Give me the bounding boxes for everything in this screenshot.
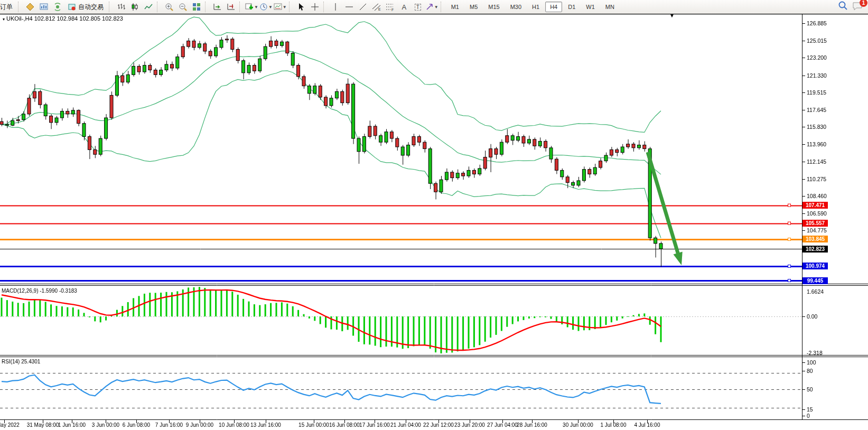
price-axis-tick: 123.200 (807, 54, 827, 61)
chevron-down-icon: ▼ (434, 5, 438, 10)
rsi-axis-tick: 15 (807, 406, 813, 413)
time-axis-label: 16 Jun 08:00 (329, 422, 360, 428)
price-axis-tick: 113.960 (807, 141, 826, 147)
tile-windows-icon[interactable] (190, 1, 203, 13)
time-axis-label: 17 Jun 16:00 (359, 422, 390, 428)
timeframe-h4[interactable]: H4 (545, 2, 562, 12)
rsi-axis-tick: 80 (807, 368, 813, 374)
timeframe-mn[interactable]: MN (601, 2, 619, 12)
time-axis-label: 27 May 2022 (0, 422, 20, 428)
time-axis-label: 31 May 08:00 (27, 422, 59, 428)
notification-badge: 1 (860, 0, 867, 7)
toolbar-separator (323, 2, 327, 12)
text-icon[interactable]: A (398, 1, 410, 13)
price-axis-tick: 112.145 (807, 158, 826, 165)
timeframe-m1[interactable]: M1 (446, 2, 464, 12)
vertical-line-icon[interactable] (329, 1, 342, 13)
timeframe-m30[interactable]: M30 (506, 2, 526, 12)
zoom-in-icon[interactable] (163, 1, 175, 13)
chart-shift-marker[interactable]: ▼ (669, 13, 675, 18)
mt4-window: 订单 自动交易 (0, 0, 868, 430)
macd-label: MACD(12,26,9) -1.5990 -0.3183 (2, 288, 77, 294)
toolbar-separator (109, 2, 113, 12)
svg-text:E: E (378, 7, 381, 11)
time-axis-label: 9 Jun 00:00 (186, 422, 213, 428)
time-axis-label: 6 Jun 08:00 (123, 422, 150, 428)
timeframe-m15[interactable]: M15 (483, 2, 504, 12)
rsi-label: RSI(14) 25.4301 (2, 359, 40, 364)
cursor-icon[interactable] (295, 1, 307, 13)
price-line-label[interactable]: 99.445 (802, 277, 828, 284)
macd-axis-tick: 1.6624 (807, 288, 824, 295)
horizontal-line-icon[interactable] (343, 1, 356, 13)
time-axis-label: 27 Jun 04:00 (487, 422, 518, 428)
toolbar-separator (157, 2, 161, 12)
toolbar-separator (289, 2, 293, 12)
toolbar-separator (205, 2, 209, 12)
notifications-button[interactable]: 1 (852, 1, 864, 13)
price-line-label[interactable]: 100.974 (802, 263, 828, 269)
time-axis-label: 30 Jun 00:00 (563, 422, 593, 428)
time-axis-label: 1 Jun 16:00 (58, 422, 86, 428)
auto-scroll-icon[interactable] (211, 1, 223, 13)
rsi-axis-tick: 0 (807, 413, 810, 419)
line-chart-icon[interactable] (142, 1, 155, 13)
symbol-menu-arrow[interactable]: ▾ (3, 17, 5, 22)
symbol-ohlc-text: UKOil-,H4 102.812 102.984 102.805 102.82… (6, 15, 123, 22)
time-axis-label: 15 Jun 00:00 (298, 422, 329, 428)
timeframe-h1[interactable]: H1 (527, 2, 544, 12)
chevron-down-icon: ▼ (254, 5, 258, 10)
autotrading-icon (68, 3, 76, 11)
price-line-label[interactable]: 103.845 (802, 236, 828, 242)
chart-shift-icon[interactable] (225, 1, 237, 13)
price-axis-tick: 117.645 (807, 107, 826, 113)
price-axis-tick: 115.830 (807, 124, 826, 130)
svg-text:F: F (391, 8, 394, 11)
fibonacci-icon[interactable]: F (384, 1, 397, 13)
crosshair-icon[interactable] (309, 1, 321, 13)
candlestick-chart-icon[interactable] (128, 1, 141, 13)
arrows-tool-icon[interactable]: ▼ (425, 1, 438, 13)
toolbar-separator (239, 2, 243, 12)
time-axis-label: 4 Jul 16:00 (634, 422, 660, 428)
time-axis-label: 7 Jun 16:00 (155, 422, 183, 428)
navigator-icon[interactable] (51, 1, 64, 13)
autotrading-label: 自动交易 (78, 3, 104, 12)
equidistant-channel-icon[interactable]: E (370, 1, 383, 13)
timeframe-w1[interactable]: W1 (581, 2, 600, 12)
price-line-label[interactable]: 105.557 (802, 220, 828, 227)
market-watch-icon[interactable] (24, 1, 36, 13)
period-button[interactable]: ▼ (259, 1, 273, 13)
time-axis-label: 13 Jun 16:00 (250, 422, 281, 428)
price-line-label[interactable]: 107.471 (802, 202, 828, 209)
search-icon[interactable] (838, 1, 848, 13)
chevron-down-icon: ▼ (283, 5, 287, 10)
chart-title: ▾ UKOil-,H4 102.812 102.984 102.805 102.… (3, 15, 123, 22)
template-button[interactable]: ▼ (274, 1, 287, 13)
bar-chart-icon[interactable] (115, 1, 127, 13)
time-axis-label: 3 Jun 00:00 (92, 422, 119, 428)
autotrading-button[interactable]: 自动交易 (65, 0, 107, 14)
time-axis-label: 23 Jun 20:00 (454, 422, 485, 428)
price-line-label[interactable]: 102.823 (802, 246, 828, 253)
new-chart-button[interactable]: ▼ (245, 1, 258, 13)
trendline-icon[interactable] (357, 1, 369, 13)
data-window-icon[interactable] (38, 1, 50, 13)
new-order-button[interactable]: 订单 (0, 0, 16, 14)
timeframe-m5[interactable]: M5 (465, 2, 482, 12)
timeframe-bar: M1M5M15M30H1H4D1W1MN (446, 2, 620, 12)
time-axis-label: 10 Jun 08:00 (219, 422, 249, 428)
price-axis-tick: 106.590 (807, 210, 827, 217)
toolbar-separator (18, 2, 22, 12)
price-axis-tick: 125.015 (807, 38, 827, 44)
timeframe-d1[interactable]: D1 (563, 2, 580, 12)
rsi-axis-tick: 50 (807, 386, 813, 392)
toolbar-separator (441, 2, 444, 12)
text-label-icon[interactable]: T (412, 1, 424, 13)
price-axis-tick: 126.885 (807, 20, 827, 26)
time-axis-label: 21 Jun 04:00 (390, 422, 421, 428)
chevron-down-icon: ▼ (268, 5, 273, 10)
rsi-axis-tick: 100 (807, 359, 816, 366)
chart-canvas[interactable] (0, 0, 868, 430)
zoom-out-icon[interactable] (176, 1, 189, 13)
